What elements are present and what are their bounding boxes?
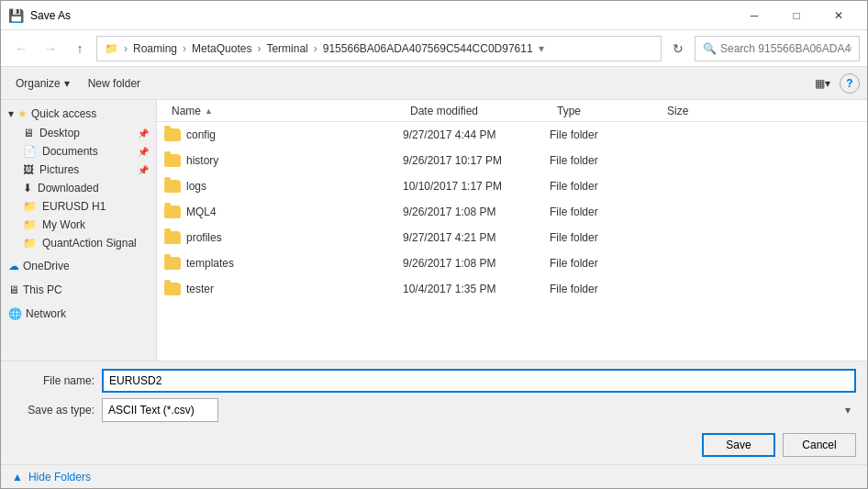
- filename-input[interactable]: [102, 369, 856, 393]
- file-row-name: history: [164, 154, 403, 167]
- breadcrumb-terminal: Terminal: [266, 42, 307, 55]
- file-row-date: 10/10/2017 1:17 PM: [403, 180, 550, 193]
- hide-folders-bar[interactable]: ▲ Hide Folders: [1, 464, 867, 488]
- window-title: Save As: [30, 9, 71, 22]
- onedrive-section: ☁ OneDrive: [1, 256, 156, 276]
- table-row[interactable]: profiles 9/27/2017 4:21 PM File folder: [157, 225, 867, 250]
- header-size[interactable]: Size: [660, 101, 733, 121]
- header-type[interactable]: Type: [550, 101, 660, 121]
- view-button[interactable]: ▦ ▾: [809, 72, 836, 95]
- bottom-bar: File name: Save as type: ASCII Text (*.c…: [1, 361, 867, 429]
- file-row-date: 10/4/2017 1:35 PM: [403, 283, 550, 295]
- this-pc-header[interactable]: 🖥 This PC: [1, 280, 156, 300]
- header-name[interactable]: Name ▲: [164, 101, 403, 121]
- search-icon: 🔍: [703, 42, 717, 55]
- table-row[interactable]: history 9/26/2017 10:17 PM File folder: [157, 148, 867, 173]
- breadcrumb-folder-icon: 📁: [105, 42, 118, 55]
- organize-chevron-icon: ▾: [64, 77, 70, 90]
- quick-access-section: ▾ ★ Quick access 🖥 Desktop 📌 📄 Documents…: [1, 104, 156, 252]
- table-row[interactable]: config 9/27/2017 4:44 PM File folder: [157, 122, 867, 148]
- file-rows-container: config 9/27/2017 4:44 PM File folder his…: [157, 122, 867, 302]
- file-row-type: File folder: [550, 180, 660, 193]
- network-icon: 🌐: [8, 307, 22, 320]
- back-button[interactable]: ←: [8, 36, 34, 61]
- quick-access-header[interactable]: ▾ ★ Quick access: [1, 104, 156, 124]
- folder-icon: [164, 283, 181, 295]
- address-breadcrumb[interactable]: 📁 › Roaming › MetaQuotes › Terminal › 91…: [96, 36, 662, 61]
- view-chevron-icon: ▾: [825, 77, 830, 90]
- file-list: Name ▲ Date modified Type Size config: [157, 100, 867, 361]
- search-input[interactable]: [720, 42, 851, 55]
- title-bar-left: 💾 Save As: [8, 8, 71, 23]
- breadcrumb-guid: 915566BA06ADA407569C544CC0D97611: [323, 42, 533, 55]
- onedrive-icon: ☁: [8, 260, 19, 272]
- save-as-dialog: 💾 Save As ─ □ ✕ ← → ↑ 📁 › Roaming › Meta…: [0, 0, 868, 489]
- file-row-date: 9/27/2017 4:44 PM: [403, 128, 550, 141]
- sidebar-item-downloaded[interactable]: ⬇ Downloaded: [1, 179, 156, 197]
- refresh-button[interactable]: ↻: [665, 36, 691, 61]
- main-content: ▾ ★ Quick access 🖥 Desktop 📌 📄 Documents…: [1, 100, 867, 361]
- downloaded-icon: ⬇: [23, 182, 32, 194]
- title-bar: 💾 Save As ─ □ ✕: [1, 1, 867, 30]
- pin-icon: 📌: [138, 128, 149, 139]
- folder-icon: [164, 154, 181, 167]
- onedrive-header[interactable]: ☁ OneDrive: [1, 256, 156, 276]
- file-row-name: tester: [164, 283, 403, 295]
- forward-button[interactable]: →: [38, 36, 63, 61]
- file-row-type: File folder: [550, 128, 660, 141]
- this-pc-icon: 🖥: [8, 283, 19, 296]
- close-button[interactable]: ✕: [818, 1, 860, 30]
- table-row[interactable]: templates 9/26/2017 1:08 PM File folder: [157, 250, 867, 276]
- file-row-name: MQL4: [164, 206, 403, 218]
- address-bar: ← → ↑ 📁 › Roaming › MetaQuotes › Termina…: [1, 30, 867, 67]
- pin-icon-docs: 📌: [138, 147, 149, 157]
- pin-icon-pics: 📌: [138, 165, 149, 175]
- up-button[interactable]: ↑: [67, 36, 93, 61]
- minimize-button[interactable]: ─: [733, 1, 775, 30]
- save-button[interactable]: Save: [702, 433, 775, 457]
- search-box[interactable]: 🔍: [695, 36, 860, 61]
- table-row[interactable]: logs 10/10/2017 1:17 PM File folder: [157, 173, 867, 199]
- folder-icon: [164, 257, 181, 270]
- sidebar-item-desktop[interactable]: 🖥 Desktop 📌: [1, 124, 156, 142]
- table-row[interactable]: MQL4 9/26/2017 1:08 PM File folder: [157, 199, 867, 225]
- file-row-name: templates: [164, 257, 403, 270]
- network-header[interactable]: 🌐 Network: [1, 304, 156, 324]
- header-date[interactable]: Date modified: [403, 101, 550, 121]
- file-row-type: File folder: [550, 206, 660, 218]
- filename-row: File name:: [12, 369, 856, 393]
- quick-access-star-icon: ★: [17, 107, 28, 120]
- sidebar-item-pictures[interactable]: 🖼 Pictures 📌: [1, 161, 156, 179]
- folder-icon: [164, 206, 181, 218]
- table-row[interactable]: tester 10/4/2017 1:35 PM File folder: [157, 276, 867, 302]
- toolbar: Organize ▾ New folder ▦ ▾ ?: [1, 67, 867, 100]
- quick-access-chevron-icon: ▾: [8, 107, 14, 120]
- file-row-date: 9/26/2017 1:08 PM: [403, 257, 550, 270]
- sidebar-item-my-work[interactable]: 📁 My Work: [1, 216, 156, 234]
- new-folder-button[interactable]: New folder: [81, 72, 148, 95]
- file-row-name: profiles: [164, 231, 403, 244]
- this-pc-section: 🖥 This PC: [1, 280, 156, 300]
- folder-icon: [164, 180, 181, 193]
- help-button[interactable]: ?: [840, 73, 860, 94]
- file-row-date: 9/26/2017 10:17 PM: [403, 154, 550, 167]
- file-row-type: File folder: [550, 257, 660, 270]
- breadcrumb-metaquotes: MetaQuotes: [192, 42, 251, 55]
- sidebar-item-quantaction[interactable]: 📁 QuantAction Signal: [1, 234, 156, 252]
- cancel-button[interactable]: Cancel: [783, 433, 856, 457]
- hide-folders-label: Hide Folders: [28, 471, 91, 483]
- action-buttons: Save Cancel: [1, 429, 867, 464]
- filetype-select[interactable]: ASCII Text (*.csv): [102, 398, 218, 422]
- maximize-button[interactable]: □: [775, 1, 818, 30]
- documents-icon: 📄: [23, 145, 37, 158]
- filetype-select-wrapper[interactable]: ASCII Text (*.csv): [102, 398, 856, 422]
- organize-button[interactable]: Organize ▾: [8, 72, 77, 95]
- sidebar-item-documents[interactable]: 📄 Documents 📌: [1, 142, 156, 161]
- file-row-name: logs: [164, 180, 403, 193]
- sidebar-item-eurusd[interactable]: 📁 EURUSD H1: [1, 197, 156, 216]
- window-icon: 💾: [8, 8, 23, 23]
- sort-icon: ▲: [205, 106, 213, 116]
- quantaction-folder-icon: 📁: [23, 237, 37, 250]
- breadcrumb-roaming: Roaming: [133, 42, 177, 55]
- file-row-name: config: [164, 128, 403, 141]
